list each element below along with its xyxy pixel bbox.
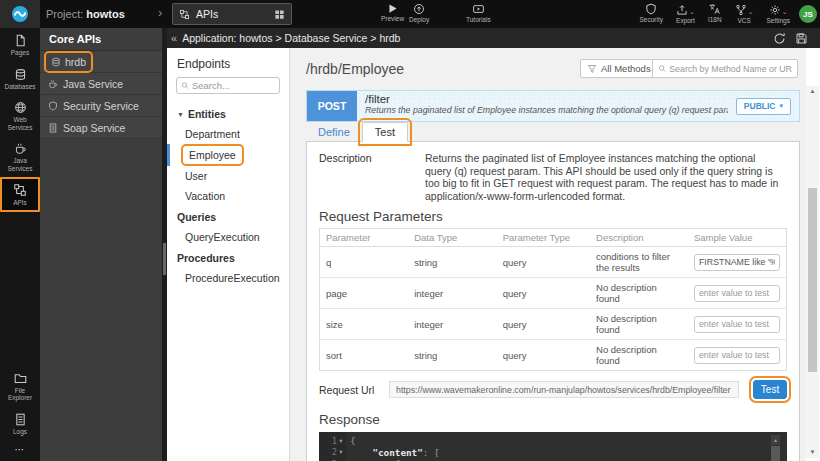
- sidebar-item-databases[interactable]: Databases: [0, 62, 40, 96]
- param-data-type: string: [408, 340, 497, 371]
- fold-icon[interactable]: ▾: [337, 437, 345, 445]
- service-item-hrdb[interactable]: hrdb: [40, 51, 162, 73]
- section-entities[interactable]: ▼ Entities: [167, 103, 289, 124]
- description-label: Description: [319, 152, 425, 202]
- export-button[interactable]: ⌄ Export: [676, 3, 695, 24]
- endpoint-item-vacation[interactable]: Vacation: [167, 186, 289, 206]
- col-data-type: Data Type: [408, 229, 497, 247]
- database-icon: [51, 57, 61, 67]
- visibility-dropdown[interactable]: PUBLIC ▾: [736, 98, 791, 115]
- rail-spacer: [0, 212, 40, 366]
- vcs-button[interactable]: ⌄ VCS: [735, 3, 754, 24]
- sample-value-input-page[interactable]: [694, 285, 780, 302]
- service-item-security-service[interactable]: Security Service: [40, 95, 162, 117]
- document-icon: [14, 413, 27, 426]
- play-icon: [387, 3, 398, 14]
- coffee-cup-icon: [48, 79, 58, 89]
- collapse-panel-icon[interactable]: «: [167, 32, 182, 44]
- api-accordion-post-filter[interactable]: POST /filter Returns the paginated list …: [306, 90, 800, 122]
- scroll-up-icon[interactable]: ▲: [806, 86, 819, 97]
- endpoint-item-procedureexecution[interactable]: ProcedureExecution: [167, 268, 289, 288]
- sidebar-item-web-services[interactable]: Web Services: [0, 95, 40, 136]
- content-scrollbar-thumb[interactable]: [808, 188, 817, 372]
- editor-scrollbar[interactable]: ▲: [771, 435, 780, 461]
- caret-down-icon: ▾: [779, 102, 783, 110]
- editor-gutter: 1▾ 2▾ 3▾ 4 5 6 7: [319, 432, 346, 461]
- editor-scroll-up-icon[interactable]: ▲: [771, 435, 780, 445]
- shield-icon: [48, 101, 58, 111]
- panel-scrollbar-thumb[interactable]: [163, 243, 166, 275]
- sample-value-input-sort[interactable]: [694, 347, 780, 364]
- endpoint-item-department[interactable]: Department: [167, 124, 289, 144]
- test-tab-panel: Description Returns the paginated list o…: [306, 141, 800, 461]
- param-name: page: [320, 278, 409, 309]
- refresh-icon[interactable]: [773, 32, 786, 45]
- param-description: No description found: [590, 340, 688, 371]
- grid-menu-icon[interactable]: [274, 9, 285, 20]
- scroll-down-icon[interactable]: ▼: [806, 447, 819, 458]
- sidebar-item-apis[interactable]: APIs: [0, 177, 40, 212]
- tutorials-button[interactable]: Tutorials: [466, 3, 491, 23]
- param-name: size: [320, 309, 409, 340]
- section-queries[interactable]: Queries: [167, 206, 289, 227]
- sample-value-input-q[interactable]: [694, 254, 780, 271]
- test-button[interactable]: Test: [753, 380, 787, 399]
- param-type: query: [497, 340, 590, 371]
- col-sample-value: Sample Value: [688, 229, 787, 247]
- wavemaker-logo[interactable]: [0, 0, 40, 28]
- request-url-input[interactable]: [389, 381, 739, 398]
- user-avatar[interactable]: JS: [799, 5, 817, 23]
- tab-test[interactable]: Test: [362, 122, 408, 142]
- response-editor[interactable]: 1▾ 2▾ 3▾ 4 5 6 7 { "content": [ { "empId…: [319, 432, 787, 461]
- api-summary: Returns the paginated list of Employee i…: [365, 105, 728, 115]
- sidebar-item-file-explorer[interactable]: File Explorer: [0, 366, 40, 407]
- param-type: query: [497, 278, 590, 309]
- endpoint-item-user[interactable]: User: [167, 166, 289, 186]
- i18n-button[interactable]: I18N: [708, 3, 722, 24]
- method-search-input[interactable]: [669, 64, 792, 74]
- sidebar-item-java-services[interactable]: Java Services: [0, 136, 40, 177]
- param-name: sort: [320, 340, 409, 371]
- tab-define[interactable]: Define: [306, 122, 362, 142]
- service-item-soap-service[interactable]: Soap Service: [40, 117, 162, 139]
- sample-value-input-size[interactable]: [694, 316, 780, 333]
- param-type: query: [497, 309, 590, 340]
- endpoints-search-input[interactable]: [192, 80, 275, 91]
- gear-icon: [769, 4, 781, 16]
- description-text: Returns the paginated list of Employee i…: [425, 152, 787, 202]
- coffee-cup-icon: [14, 142, 27, 155]
- main-content: /hrdb/Employee All Methods ▾ POST /filte…: [290, 48, 806, 461]
- hrdb-annotation: hrdb: [48, 55, 89, 69]
- endpoint-item-employee[interactable]: Employee: [167, 144, 289, 166]
- method-search[interactable]: [652, 59, 798, 78]
- preview-button[interactable]: Preview: [381, 3, 404, 22]
- request-url-label: Request Url: [319, 384, 389, 396]
- col-parameter: Parameter: [320, 229, 409, 247]
- search-icon: [181, 81, 189, 90]
- endpoints-panel: Endpoints ▼ Entities Department Employee…: [167, 48, 290, 461]
- security-button[interactable]: Security: [640, 3, 663, 24]
- sidebar-item-pages[interactable]: Pages: [0, 28, 40, 62]
- more-options-icon[interactable]: ⋯: [0, 440, 40, 461]
- video-icon: [472, 3, 485, 15]
- section-procedures[interactable]: Procedures: [167, 247, 289, 268]
- endpoints-search[interactable]: [176, 77, 280, 94]
- table-row-q: q string query conditions to filter the …: [320, 247, 787, 278]
- deploy-button[interactable]: Deploy: [409, 3, 429, 23]
- content-scrollbar[interactable]: ▲ ▼: [806, 86, 819, 458]
- chevron-down-icon: ⌄: [782, 8, 788, 16]
- param-name: q: [320, 247, 409, 278]
- save-icon[interactable]: [795, 32, 808, 45]
- workspace-tab-label: APIs: [196, 8, 268, 20]
- settings-button[interactable]: ⌄ Settings: [767, 3, 791, 24]
- request-parameters-heading: Request Parameters: [319, 209, 787, 224]
- services-panel: Core APIs hrdb Java Service Security Ser…: [40, 28, 162, 461]
- editor-scrollbar-thumb[interactable]: [771, 446, 780, 461]
- sidebar-item-logs[interactable]: Logs: [0, 407, 40, 441]
- workspace-tab-apis[interactable]: APIs: [172, 3, 292, 25]
- endpoint-item-queryexecution[interactable]: QueryExecution: [167, 227, 289, 247]
- service-item-java-service[interactable]: Java Service: [40, 73, 162, 95]
- soap-service-icon: [48, 123, 58, 133]
- panel-scrollbar[interactable]: [162, 28, 167, 461]
- fold-icon[interactable]: ▾: [337, 448, 345, 456]
